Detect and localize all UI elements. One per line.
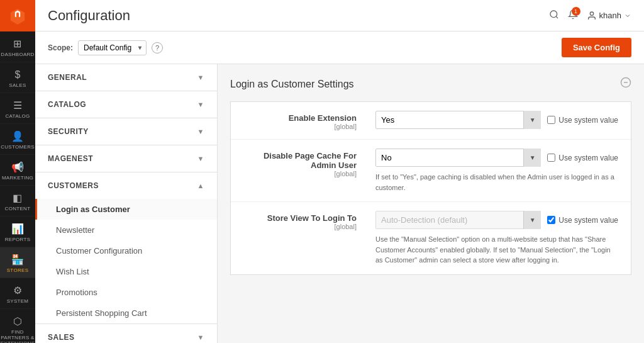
settings-sublabel-disable_page_cache: [global] xyxy=(243,170,357,177)
settings-label-enable_extension: Enable Extension xyxy=(243,113,357,123)
sidebar-item-label: Content xyxy=(5,206,31,212)
settings-row-enable_extension: Enable Extension[global]YesNo▼Use system… xyxy=(231,102,631,140)
stores-icon: 🏪 xyxy=(11,254,24,266)
checkbox-label-disable_page_cache: Use system value xyxy=(558,154,618,162)
username: khanh xyxy=(599,11,621,20)
user-icon xyxy=(587,11,597,21)
accordion-section-magenest: Magenest▼ xyxy=(35,145,217,172)
checkbox-label-enable_extension: Use system value xyxy=(558,116,618,125)
accordion-arrow-catalog: ▼ xyxy=(197,101,204,108)
checkbox-label-store_view_to_login: Use system value xyxy=(558,216,618,225)
sub-menu-item-login_as_customer[interactable]: Login as Customer xyxy=(35,199,217,220)
accordion-arrow-sales: ▼ xyxy=(197,334,204,341)
customers-icon: 👤 xyxy=(11,130,24,142)
accordion-header-sales[interactable]: Sales▼ xyxy=(35,324,217,343)
main-area: Configuration 1 khanh Scope: Default Con… xyxy=(35,0,644,343)
sub-menu-item-wish_list[interactable]: Wish List xyxy=(35,261,217,282)
sidebar-item-catalog[interactable]: ☰Catalog xyxy=(0,93,35,124)
settings-select-disable_page_cache[interactable]: NoYes xyxy=(375,149,541,167)
search-icon[interactable] xyxy=(549,9,559,22)
settings-select-wrap-disable_page_cache: NoYes▼ xyxy=(375,149,541,167)
content-icon: ◧ xyxy=(13,192,22,204)
scope-help-icon[interactable]: ? xyxy=(152,42,163,53)
sub-menu-item-customer_configuration[interactable]: Customer Configuration xyxy=(35,240,217,261)
panel-title: Login as Customer Settings xyxy=(230,79,354,90)
accordion-header-catalog[interactable]: Catalog▼ xyxy=(35,91,217,118)
checkbox-enable_extension[interactable] xyxy=(547,116,555,124)
sidebar-item-label: Marketing xyxy=(2,176,33,181)
settings-select-store_view_to_login[interactable]: Auto-Detection (default) xyxy=(375,211,541,229)
accordion-label-sales: Sales xyxy=(48,333,75,342)
sidebar-item-label: Reports xyxy=(5,237,31,243)
settings-input-col-disable_page_cache: NoYes▼Use system valueIf set to "Yes", p… xyxy=(375,149,618,193)
notifications-icon[interactable]: 1 xyxy=(568,9,578,22)
checkbox-wrap-disable_page_cache[interactable]: Use system value xyxy=(547,154,618,162)
sidebar-item-system[interactable]: ⚙System xyxy=(0,278,35,309)
settings-input-row-enable_extension: YesNo▼Use system value xyxy=(375,111,618,129)
accordion-header-magenest[interactable]: Magenest▼ xyxy=(35,145,217,172)
accordion-label-security: Security xyxy=(48,127,89,136)
accordion-arrow-magenest: ▼ xyxy=(197,155,204,162)
sidebar-logo xyxy=(0,0,35,31)
checkbox-wrap-enable_extension[interactable]: Use system value xyxy=(547,116,618,125)
collapse-icon[interactable] xyxy=(620,77,631,91)
sub-menu-item-newsletter[interactable]: Newsletter xyxy=(35,220,217,240)
sidebar-item-sales[interactable]: $Sales xyxy=(0,62,35,93)
sidebar-item-stores[interactable]: 🏪Stores xyxy=(0,247,35,278)
panel-header: Login as Customer Settings xyxy=(230,77,631,91)
sidebar-item-reports[interactable]: 📊Reports xyxy=(0,216,35,247)
checkbox-store_view_to_login[interactable] xyxy=(547,216,555,224)
accordion-label-customers: Customers xyxy=(48,181,99,190)
settings-row-disable_page_cache: Disable Page Cache For Admin User[global… xyxy=(231,140,631,202)
scope-label: Scope: xyxy=(48,43,73,52)
accordion-section-sales: Sales▼ xyxy=(35,324,217,343)
accordion-arrow-customers: ▲ xyxy=(197,182,204,189)
sub-menu-item-promotions[interactable]: Promotions xyxy=(35,282,217,303)
sidebar: ⊞Dashboard$Sales☰Catalog👤Customers📢Marke… xyxy=(0,0,35,343)
save-config-button[interactable]: Save Config xyxy=(562,38,631,57)
sidebar-item-label: Catalog xyxy=(5,114,30,120)
topbar-right: 1 khanh xyxy=(549,9,631,22)
accordion-arrow-security: ▼ xyxy=(197,128,204,135)
sidebar-item-marketing[interactable]: 📢Marketing xyxy=(0,155,35,186)
magento-logo-icon xyxy=(9,7,26,25)
accordion-section-security: Security▼ xyxy=(35,118,217,145)
hint-text-store_view_to_login: Use the "Manual Selection" option on a m… xyxy=(375,234,618,266)
sidebar-item-label: Customers xyxy=(1,145,35,150)
svg-point-0 xyxy=(550,11,557,18)
sidebar-item-find_partners[interactable]: ⬡Find Partners & Extensions xyxy=(0,309,35,343)
scope-select[interactable]: Default Config xyxy=(78,40,147,55)
checkbox-disable_page_cache[interactable] xyxy=(547,154,555,162)
topbar: Configuration 1 khanh xyxy=(35,0,644,31)
sub-menu-item-persistent_shopping_cart[interactable]: Persistent Shopping Cart xyxy=(35,303,217,323)
settings-sublabel-store_view_to_login: [global] xyxy=(243,223,357,230)
accordion-section-general: General▼ xyxy=(35,64,217,91)
sidebar-item-content[interactable]: ◧Content xyxy=(0,186,35,216)
settings-input-col-store_view_to_login: Auto-Detection (default)▼Use system valu… xyxy=(375,211,618,266)
content-area: General▼Catalog▼Security▼Magenest▼Custom… xyxy=(35,64,644,343)
accordion-header-security[interactable]: Security▼ xyxy=(35,118,217,145)
catalog-icon: ☰ xyxy=(13,99,22,111)
sidebar-item-dashboard[interactable]: ⊞Dashboard xyxy=(0,31,35,62)
right-panel: Login as Customer Settings Enable Extens… xyxy=(218,64,644,343)
settings-label-col-store_view_to_login: Store View To Login To[global] xyxy=(243,211,369,230)
settings-sublabel-enable_extension: [global] xyxy=(243,123,357,130)
user-menu[interactable]: khanh xyxy=(587,11,631,21)
sales-icon: $ xyxy=(14,69,20,81)
sidebar-navigation: ⊞Dashboard$Sales☰Catalog👤Customers📢Marke… xyxy=(0,31,35,343)
sidebar-item-customers[interactable]: 👤Customers xyxy=(0,124,35,155)
scope-bar: Scope: Default Config ▼ ? Save Config xyxy=(35,31,644,64)
accordion-arrow-general: ▼ xyxy=(197,74,204,81)
left-panel: General▼Catalog▼Security▼Magenest▼Custom… xyxy=(35,64,218,343)
settings-label-disable_page_cache: Disable Page Cache For Admin User xyxy=(243,151,357,170)
checkbox-wrap-store_view_to_login[interactable]: Use system value xyxy=(547,216,618,225)
system-icon: ⚙ xyxy=(13,284,22,296)
notification-badge: 1 xyxy=(572,7,580,16)
sidebar-item-label: Sales xyxy=(9,83,26,89)
accordion-label-magenest: Magenest xyxy=(48,154,93,163)
accordion-header-customers[interactable]: Customers▲ xyxy=(35,172,217,199)
settings-input-col-enable_extension: YesNo▼Use system value xyxy=(375,111,618,129)
accordion-header-general[interactable]: General▼ xyxy=(35,64,217,91)
hint-text-disable_page_cache: If set to "Yes", page caching is disable… xyxy=(375,172,618,193)
settings-select-enable_extension[interactable]: YesNo xyxy=(375,111,541,129)
